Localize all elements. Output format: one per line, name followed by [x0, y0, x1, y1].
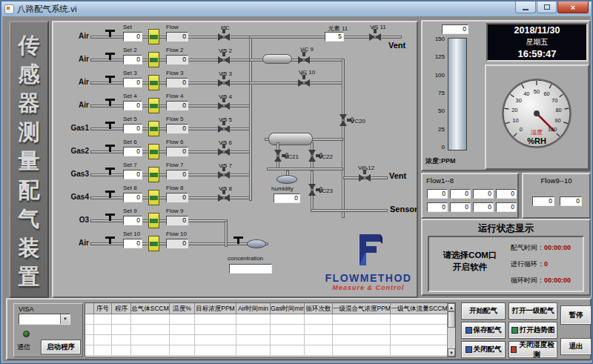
exit-button[interactable]: 退出 [560, 338, 592, 355]
set-input[interactable]: 0 [123, 170, 142, 179]
tank-tick: 125 [424, 54, 445, 60]
vent-mid-label: Vent [389, 171, 406, 180]
gas-label: Gas1 [55, 124, 89, 132]
humidity-input[interactable]: 0 [274, 193, 300, 203]
gauge-panel: 0 2018/11/30 星期五 16:59:47 150 125 100 75… [421, 20, 591, 171]
tank-tick: 50 [424, 108, 445, 114]
scroll-up-icon[interactable]: ▲ [448, 303, 455, 311]
vc11-valve-icon[interactable] [369, 33, 381, 41]
scroll-thumb[interactable] [448, 311, 455, 328]
pipe [311, 209, 388, 212]
status-item-value: 00:00:00 [544, 244, 571, 251]
vc20-valve-icon[interactable] [339, 114, 347, 126]
tank-scale: 150 125 100 75 50 25 0 [424, 36, 445, 150]
flow-readout: 0 [473, 189, 494, 199]
set-input[interactable]: 0 [123, 216, 142, 225]
flow-label: Flow 7 [166, 162, 184, 168]
svg-text:40: 40 [523, 90, 529, 97]
status-item: 配气时间：00:00:00 [511, 243, 585, 253]
vc23-valve-icon[interactable] [308, 184, 316, 196]
humidity-gauge-panel: 湿度 %RH 0102030405060708090100 [485, 64, 589, 170]
vc-valve-icon[interactable] [218, 125, 230, 133]
maximize-button[interactable] [537, 1, 557, 13]
minimize-icon [523, 9, 529, 10]
program-table: 序号 程序 总气体SCCM 温度% 目标浓度PPM Air时间min Gas时间… [85, 302, 456, 357]
vc-valve-icon[interactable] [218, 148, 230, 156]
diagram-panel: Air Set 0 Flow 0 VC Air Set 2 0 Flow 2 0… [52, 21, 418, 298]
start-program-button[interactable]: 启动程序 [41, 340, 81, 354]
banner-char: 测 [10, 118, 47, 147]
visa-resource-combo[interactable]: ▼ [19, 314, 70, 325]
mfc-icon [148, 98, 159, 113]
time-text: 16:59:47 [488, 47, 586, 61]
vc-valve-icon[interactable] [218, 33, 230, 41]
svg-text:20: 20 [511, 107, 517, 113]
flow-indicator: 0 [166, 78, 188, 87]
pause-button[interactable]: 暂停 [560, 305, 592, 325]
close-humidity-button[interactable]: 关闭湿度检测 [508, 341, 557, 358]
status-item-label: 配气时间： [511, 244, 544, 251]
minimize-button[interactable] [515, 1, 536, 13]
vc9-valve-icon[interactable] [298, 56, 310, 64]
set-input[interactable]: 0 [123, 78, 142, 87]
vc12-valve-icon[interactable] [359, 174, 371, 182]
manual-valve-icon [105, 145, 115, 152]
humidity-sensor-icon [276, 175, 297, 184]
vc21-valve-icon[interactable] [274, 150, 282, 162]
col-header: 序号 [94, 303, 112, 314]
col-header: 一级气体流量SCCM [391, 303, 448, 314]
set-input[interactable]: 0 [123, 193, 142, 202]
run-status-body: 请选择COM口 开启软件 配气时间：00:00:00 进行循环：0 循环时间：0… [428, 236, 584, 292]
gas-label: Air [55, 78, 89, 86]
vc11-label: VC 11 [365, 24, 391, 30]
vc22-label: VC22 [318, 153, 333, 160]
open-trend-button[interactable]: 打开趋势图 [508, 322, 557, 339]
window-controls: × [514, 1, 589, 13]
flow-readout: 0 [532, 196, 554, 206]
comm-label: 通信 [17, 343, 30, 352]
tank-tick: 0 [424, 145, 445, 150]
title-bar: 八路配气系统.vi × [1, 1, 592, 16]
banner-char: 置 [10, 262, 47, 291]
set-input[interactable]: 0 [123, 239, 142, 248]
set-input[interactable]: 0 [123, 55, 142, 64]
vc-valve-icon[interactable] [218, 79, 230, 87]
flow-indicator: 0 [166, 124, 188, 133]
mfc-icon [148, 52, 159, 67]
concentration-input[interactable] [229, 264, 272, 274]
col-header: Air时间min [236, 303, 271, 314]
set-input[interactable]: 0 [123, 32, 142, 42]
element11-input[interactable]: 5 [325, 32, 344, 42]
vc-valve-icon[interactable] [218, 56, 230, 64]
close-mix-button[interactable]: 关闭配气 [461, 341, 506, 358]
set-label: Set 10 [123, 231, 140, 237]
vc-valve-icon[interactable] [218, 194, 230, 202]
vc9-label: VC 9 [294, 46, 320, 53]
tank-tick: 100 [424, 73, 445, 79]
scroll-down-icon[interactable]: ▼ [448, 348, 455, 357]
vc-valve-icon[interactable] [218, 102, 230, 110]
pipe [225, 221, 228, 247]
start-mix-button[interactable]: 开始配气 [461, 302, 506, 320]
vc10-label: VC 10 [294, 69, 320, 76]
table-header-row: 序号 程序 总气体SCCM 温度% 目标浓度PPM Air时间min Gas时间… [85, 303, 455, 314]
set-input[interactable]: 0 [123, 101, 142, 110]
svg-text:10: 10 [512, 117, 518, 124]
close-button[interactable]: × [557, 1, 589, 13]
manual-valve-icon [105, 53, 115, 60]
status-message-line1: 请选择COM口 [431, 249, 509, 261]
set-input[interactable]: 0 [123, 124, 142, 133]
gas-label: Gas4 [55, 193, 89, 201]
set-input[interactable]: 0 [123, 147, 142, 156]
vc-valve-icon[interactable] [218, 171, 230, 179]
table-scrollbar[interactable]: ▲ ▼ [447, 303, 455, 357]
open-primary-mix-button[interactable]: 打开一级配气 [508, 302, 557, 320]
combo-dropdown-icon[interactable]: ▼ [60, 314, 70, 324]
save-mix-button[interactable]: 保存配气 [461, 322, 506, 339]
run-status-panel: 运行状态显示 请选择COM口 开启软件 配气时间：00:00:00 进行循环：0… [421, 219, 591, 296]
vc22-valve-icon[interactable] [308, 150, 316, 162]
vc10-valve-icon[interactable] [298, 79, 310, 87]
status-message: 请选择COM口 开启软件 [431, 249, 509, 273]
flow-readout: 0 [496, 202, 517, 212]
sensor-label: Sensor [390, 205, 417, 214]
